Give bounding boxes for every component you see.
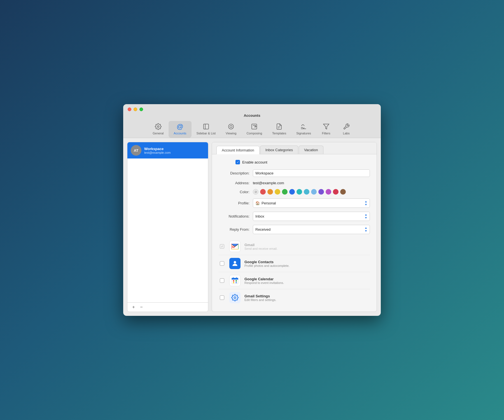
- svg-rect-17: [235, 282, 237, 283]
- color-eraser[interactable]: ⊘: [253, 189, 258, 195]
- svg-point-3: [230, 125, 232, 128]
- notifications-row: Notifications: Inbox ▲ ▼: [219, 212, 370, 221]
- toolbar-label-general: General: [153, 132, 164, 135]
- gmail-text: Gmail Send and receive email.: [244, 243, 370, 250]
- description-input[interactable]: [253, 169, 370, 177]
- svg-rect-15: [235, 280, 237, 282]
- description-label: Description:: [219, 171, 249, 175]
- traffic-lights: [128, 108, 143, 111]
- contacts-checkbox-area: [219, 261, 225, 266]
- enable-account-checkbox[interactable]: ✓: [235, 160, 240, 164]
- address-label: Address:: [219, 181, 249, 185]
- service-row-gmail: ✓ M: [219, 238, 370, 255]
- toolbar-item-templates[interactable]: Templates: [267, 121, 291, 138]
- gmail-checkbox[interactable]: ✓: [220, 244, 224, 249]
- calendar-checkbox-area: [219, 278, 225, 283]
- profile-icon: 🏠: [255, 201, 260, 205]
- add-account-button[interactable]: +: [130, 304, 137, 311]
- filters-icon: [322, 123, 330, 130]
- color-cyan[interactable]: [304, 189, 309, 195]
- calendar-name: Google Calendar: [244, 277, 370, 281]
- sidebar-icon: [202, 123, 210, 130]
- remove-account-button[interactable]: −: [137, 304, 145, 311]
- toolbar-label-accounts: Accounts: [174, 132, 186, 135]
- color-crimson[interactable]: [333, 189, 339, 195]
- contacts-icon: [229, 258, 241, 269]
- toolbar-item-composing[interactable]: Composing: [241, 121, 267, 138]
- avatar: AT: [131, 145, 141, 156]
- toolbar-item-signatures[interactable]: Signatures: [291, 121, 316, 138]
- reply-from-label: Reply From:: [219, 227, 249, 232]
- color-teal[interactable]: [297, 189, 302, 195]
- gmail-settings-checkbox[interactable]: [220, 295, 224, 300]
- toolbar-item-sidebar[interactable]: Sidebar & List: [192, 121, 221, 138]
- accounts-sidebar: AT Workspace test@example.com + −: [127, 142, 208, 312]
- color-sky[interactable]: [311, 189, 317, 195]
- color-row: Color: ⊘: [219, 189, 370, 195]
- services-section: ✓ M: [219, 238, 370, 306]
- toolbar-item-filters[interactable]: Filters: [316, 121, 336, 138]
- notifications-chevron-icon: ▲ ▼: [365, 213, 367, 219]
- composing-icon: [250, 123, 258, 130]
- toolbar-item-viewing[interactable]: Viewing: [221, 121, 241, 138]
- gmail-icon: M: [229, 241, 241, 252]
- svg-rect-1: [204, 124, 209, 129]
- reply-from-row: Reply From: Received ▲ ▼: [219, 225, 370, 234]
- toolbar-label-templates: Templates: [272, 132, 286, 135]
- sidebar-item-workspace[interactable]: AT Workspace test@example.com: [127, 142, 208, 158]
- gear-icon: [154, 123, 162, 130]
- svg-rect-14: [233, 280, 234, 282]
- toolbar-label-filters: Filters: [322, 132, 330, 135]
- svg-point-18: [234, 297, 236, 299]
- minimize-button[interactable]: [134, 108, 137, 111]
- form-area: ✓ Enable account Description: Address: t…: [212, 154, 377, 312]
- tab-account-information[interactable]: Account Information: [216, 146, 260, 154]
- accounts-list: AT Workspace test@example.com: [127, 142, 208, 302]
- description-row: Description:: [219, 169, 370, 177]
- contacts-name: Google Contacts: [244, 260, 370, 264]
- tab-inbox-categories[interactable]: Inbox Categories: [260, 146, 298, 154]
- address-row: Address: test@example.com: [219, 181, 370, 185]
- calendar-desc: Respond to event invitations.: [244, 281, 370, 284]
- toolbar-label-signatures: Signatures: [296, 132, 311, 135]
- color-violet[interactable]: [326, 189, 331, 195]
- signatures-icon: [300, 123, 307, 130]
- account-info: Workspace test@example.com: [144, 147, 171, 154]
- color-green[interactable]: [282, 189, 288, 195]
- notifications-select[interactable]: Inbox ▲ ▼: [253, 212, 370, 221]
- contacts-text: Google Contacts Profile photos and autoc…: [244, 260, 370, 267]
- notifications-label: Notifications:: [219, 214, 249, 218]
- toolbar-label-viewing: Viewing: [226, 132, 236, 135]
- contacts-checkbox[interactable]: [220, 261, 224, 266]
- toolbar-item-labs[interactable]: Labs: [336, 121, 356, 138]
- color-blue[interactable]: [289, 189, 295, 195]
- profile-select[interactable]: 🏠 Personal ▲ ▼: [253, 199, 370, 208]
- color-swatches: ⊘: [253, 189, 346, 195]
- color-yellow[interactable]: [275, 189, 280, 195]
- toolbar-label-labs: Labs: [343, 132, 350, 135]
- maximize-button[interactable]: [139, 108, 143, 111]
- main-window: Accounts General @ Accounts: [123, 104, 381, 316]
- color-orange[interactable]: [267, 189, 273, 195]
- toolbar-item-general[interactable]: General: [148, 121, 169, 138]
- reply-from-chevron-icon: ▲ ▼: [365, 227, 367, 232]
- close-button[interactable]: [128, 108, 131, 111]
- color-brown[interactable]: [340, 189, 346, 195]
- color-red[interactable]: [260, 189, 266, 195]
- color-label: Color:: [219, 190, 249, 194]
- calendar-checkbox[interactable]: [220, 278, 224, 283]
- checkmark-icon: ✓: [237, 161, 239, 164]
- tab-vacation[interactable]: Vacation: [299, 146, 323, 154]
- reply-from-value: Received: [255, 227, 365, 232]
- enable-account-label: Enable account: [242, 160, 267, 164]
- tab-bar: Account Information Inbox Categories Vac…: [212, 142, 377, 154]
- window-title: Accounts: [244, 113, 260, 118]
- profile-row: Profile: 🏠 Personal ▲ ▼: [219, 199, 370, 208]
- gmail-settings-name: Gmail Settings: [244, 294, 370, 298]
- color-purple[interactable]: [318, 189, 324, 195]
- reply-from-select[interactable]: Received ▲ ▼: [253, 225, 370, 234]
- toolbar-item-accounts[interactable]: @ Accounts: [169, 121, 191, 138]
- gmail-desc: Send and receive email.: [244, 247, 370, 250]
- toolbar-label-composing: Composing: [246, 132, 262, 135]
- gmail-settings-icon: [229, 292, 241, 303]
